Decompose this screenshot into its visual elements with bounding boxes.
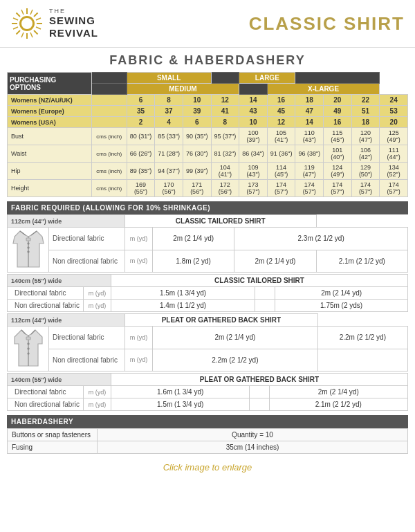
long-sleeve-shirt-icon [12,230,45,268]
svg-point-17 [21,18,33,29]
nondirectional-label-4: Non directional fabric [8,398,84,411]
nondirectional-small-2: 1.4m (1 1/2 yd) [111,300,255,312]
fabric-block4-header: 140cm (55") wide PLEAT OR GATHERED BACK … [8,374,408,386]
bust-v1: 85 (33") [155,128,183,145]
size-table: PURCHASING OPTIONS SMALL LARGE MEDIUM X-… [7,72,408,197]
svg-point-23 [28,243,29,244]
hip-label: Hip [8,163,92,180]
medium-header: MEDIUM [127,84,239,95]
shirt-illustration-2 [8,327,49,372]
usa-size-row: Womens (USA) 2 4 6 8 10 12 14 16 18 20 [8,117,408,128]
usa-size-4: 4 [155,117,183,128]
hip-v1: 94 (37") [155,163,183,180]
shirt-illustration-1 [8,228,49,273]
directional-xlarge-2: 2m (2 1/4 yd) [275,287,408,300]
height-v0: 169 (55") [127,180,155,197]
fabric-block3-header: 112cm (44") wide PLEAT OR GATHERED BACK … [8,314,408,327]
svg-line-5 [34,30,38,35]
hip-v3: 104 (41") [211,163,239,180]
fabric-block1-width: 112cm (44") wide [8,215,125,228]
svg-line-6 [34,13,38,17]
directional-xlarge-3: 2.2m (2 1/2 yd) [317,327,407,349]
eu-size-51: 51 [351,106,380,117]
bust-v2: 90 (35") [183,128,211,145]
nondirectional-label-3: Non directional fabric [49,349,125,372]
height-v2: 171 (56") [183,180,211,197]
nondirectional-small-1: 1.8m (2 yd) [153,250,234,273]
fabric-block1-nondirectional: Non directional fabric m (yd) 1.8m (2 yd… [8,250,408,273]
waist-v0: 66 (26") [127,145,155,163]
eu-size-39: 39 [183,106,211,117]
directional-unit-2: m (yd) [84,287,111,300]
fabric-block3-nondirectional: Non directional fabric m (yd) 2.2m (2 1/… [8,349,408,372]
usa-size-8: 8 [211,117,239,128]
haberdashery-table: Buttons or snap fasteners Quantity = 10 … [7,428,408,454]
nondirectional-xlarge-4: 2.1m (2 1/2 yd) [269,398,407,411]
waist-v2: 76 (30") [183,145,211,163]
logo-text: THE SEWING REVIVAL [49,8,98,40]
nz-size-14: 14 [239,95,268,106]
height-v3: 172 (56") [211,180,239,197]
nz-size-10: 10 [183,95,211,106]
usa-size-16: 16 [324,117,352,128]
fabric-block1-header: 112cm (44") wide CLASSIC TAILORED SHIRT [8,215,408,228]
click-enlarge-text[interactable]: Click image to enlarge [7,454,408,476]
xlarge-header: X-LARGE [267,84,380,95]
fabric-block1-directional: Directional fabric m (yd) 2m (2 1/4 yd) … [8,228,408,250]
fusing-value: 35cm (14 inches) [98,441,408,454]
usa-size-10: 10 [239,117,268,128]
nz-size-20: 20 [324,95,352,106]
logo-revival: REVIVAL [49,27,98,39]
nondirectional-unit-2: m (yd) [84,300,111,312]
buttons-label: Buttons or snap fasteners [8,429,98,441]
usa-size-12: 12 [267,117,295,128]
eu-size-43: 43 [239,106,268,117]
fabric-block4-width: 140cm (55") wide [8,374,111,386]
nz-size-18: 18 [295,95,324,106]
header-title-area: CLASSIC SHIRT [98,13,405,35]
purchasing-options-row: PURCHASING OPTIONS SMALL LARGE [8,73,408,84]
svg-point-33 [28,353,29,354]
main-content: PURCHASING OPTIONS SMALL LARGE MEDIUM X-… [0,72,415,483]
nondirectional-xlarge-2: 1.75m (2 yds) [275,300,408,312]
usa-size-6: 6 [183,117,211,128]
hip-v5: 114 (45") [267,163,295,180]
height-unit: cms (inch) [91,180,127,197]
hip-v7: 124 (49") [324,163,352,180]
waist-label: Waist [8,145,92,163]
nz-size-8: 8 [155,95,183,106]
waist-v4: 86 (34") [239,145,268,163]
svg-line-12 [13,18,18,20]
sub-header: FABRIC & HABERDASHERY [0,48,415,72]
buttons-row: Buttons or snap fasteners Quantity = 10 [8,429,408,441]
waist-v9: 111 (44") [380,145,408,163]
eu-size-35: 35 [127,106,155,117]
bust-v6: 110 (43") [295,128,324,145]
fabric-block2-header: 140cm (55") wide CLASSIC TAILORED SHIRT [8,275,408,287]
svg-rect-22 [26,238,30,241]
svg-line-14 [36,18,41,20]
logo-sunburst-icon [10,7,44,40]
nz-size-row: Womens (NZ/AU/UK) 6 8 10 12 14 16 18 20 … [8,95,408,106]
svg-point-25 [28,251,29,253]
hip-v9: 134 (52") [380,163,408,180]
height-row: Height cms (inch) 169 (55") 170 (56") 17… [8,180,408,197]
directional-xlarge-1: 2.3m (2 1/2 yd) [234,228,408,250]
usa-size-20: 20 [380,117,408,128]
bust-row: Bust cms (inch) 80 (31") 85 (33") 90 (35… [8,128,408,145]
fabric-table-1: 112cm (44") wide CLASSIC TAILORED SHIRT [7,214,408,273]
eu-size-41: 41 [211,106,239,117]
nondirectional-small-4: 1.5m (1 3/4 yd) [111,398,250,411]
waist-row: Waist cms (inch) 66 (26") 71 (28") 76 (3… [8,145,408,163]
purchasing-options-label: PURCHASING OPTIONS [8,73,92,95]
logo-the: THE [49,8,98,15]
height-v4: 173 (57") [239,180,268,197]
hip-v2: 99 (39") [183,163,211,180]
svg-point-24 [28,247,29,248]
nondirectional-unit-1: m (yd) [125,250,153,273]
bust-label: Bust [8,128,92,145]
bust-v8: 120 (47") [351,128,380,145]
bust-v9: 125 (49") [380,128,408,145]
directional-label-4: Directional fabric [8,386,84,398]
eu-size-49: 49 [324,106,352,117]
